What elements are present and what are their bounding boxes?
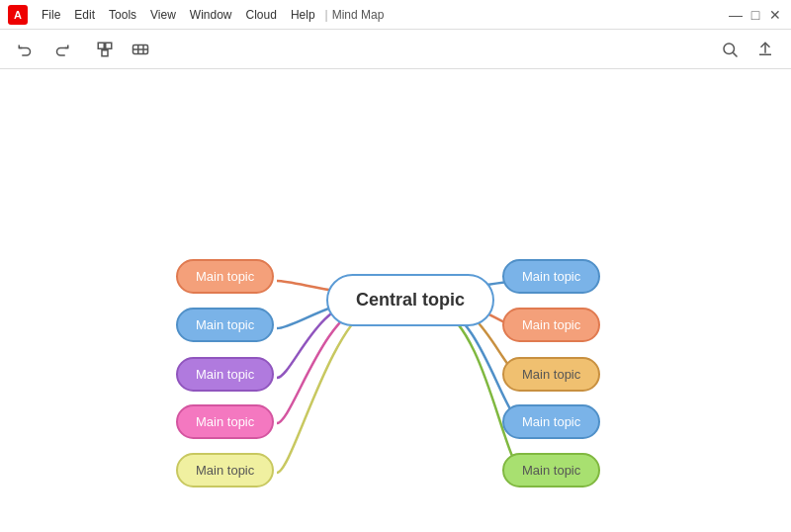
right-node-4[interactable]: Main topic	[502, 404, 600, 439]
svg-line-8	[733, 52, 737, 56]
insert-frame-button[interactable]	[91, 36, 119, 63]
svg-rect-0	[98, 43, 104, 48]
svg-point-7	[724, 44, 735, 54]
left-node-4[interactable]: Main topic	[176, 404, 274, 439]
close-button[interactable]: ✕	[767, 7, 783, 23]
app-logo: A	[8, 5, 28, 25]
svg-rect-2	[102, 49, 108, 55]
toolbar	[0, 30, 791, 69]
toolbar-right	[716, 36, 779, 63]
search-button[interactable]	[716, 36, 744, 63]
left-node-2[interactable]: Main topic	[176, 308, 274, 342]
menu-bar[interactable]: File Edit Tools View Window Cloud Help	[36, 6, 321, 24]
toolbar-left	[12, 36, 154, 63]
insert-table-button[interactable]	[127, 36, 154, 63]
redo-button[interactable]	[47, 36, 75, 63]
central-topic-node[interactable]: Central topic	[326, 274, 494, 326]
menu-view[interactable]: View	[144, 6, 182, 24]
menu-window[interactable]: Window	[184, 6, 238, 24]
right-node-1[interactable]: Main topic	[502, 259, 600, 294]
window-controls[interactable]: — □ ✕	[728, 7, 783, 23]
right-node-2[interactable]: Main topic	[502, 308, 600, 342]
menu-cloud[interactable]: Cloud	[240, 6, 283, 24]
title-bar: A File Edit Tools View Window Cloud Help…	[0, 0, 791, 30]
left-node-1[interactable]: Main topic	[176, 259, 274, 294]
right-node-5[interactable]: Main topic	[502, 453, 600, 488]
app-name-label: Mind Map	[332, 8, 385, 22]
right-node-3[interactable]: Main topic	[502, 357, 600, 392]
menu-file[interactable]: File	[36, 6, 66, 24]
menu-tools[interactable]: Tools	[103, 6, 142, 24]
menu-help[interactable]: Help	[285, 6, 321, 24]
svg-rect-1	[106, 43, 112, 48]
menu-edit[interactable]: Edit	[68, 6, 101, 24]
minimize-button[interactable]: —	[728, 7, 744, 23]
undo-button[interactable]	[12, 36, 40, 63]
left-node-5[interactable]: Main topic	[176, 453, 274, 488]
left-node-3[interactable]: Main topic	[176, 357, 274, 392]
maximize-button[interactable]: □	[747, 7, 763, 23]
share-button[interactable]	[751, 36, 779, 63]
mindmap-canvas: Central topic Main topic Main topic Main…	[0, 69, 791, 532]
